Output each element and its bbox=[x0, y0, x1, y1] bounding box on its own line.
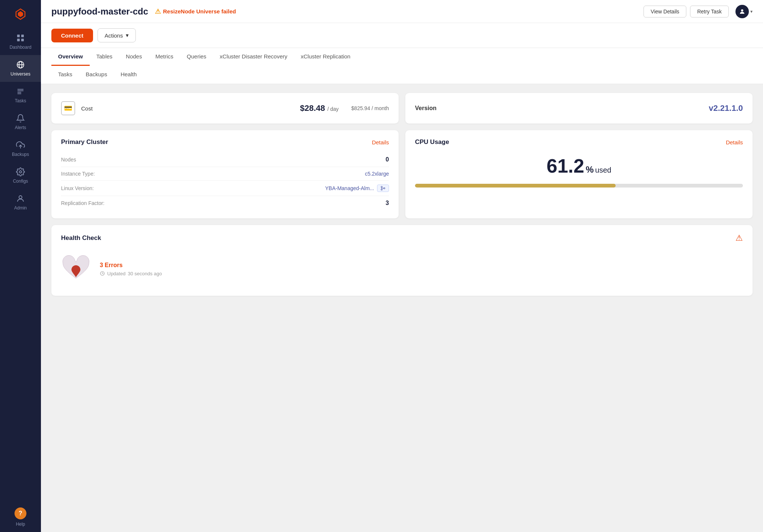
tasks-icon bbox=[16, 87, 25, 96]
yugabyte-logo-icon bbox=[12, 6, 29, 22]
help-circle-icon: ? bbox=[15, 507, 26, 519]
tab-tasks[interactable]: Tasks bbox=[51, 66, 79, 84]
retry-task-button[interactable]: Retry Task bbox=[690, 6, 729, 17]
cpu-used-label: used bbox=[595, 166, 611, 174]
header-alert-text: ResizeNode Universe failed bbox=[163, 8, 236, 15]
heart-svg bbox=[61, 254, 91, 284]
health-title: Health Check bbox=[61, 234, 101, 242]
content-area: 💳 Cost $28.48 / day $825.94 / month Vers… bbox=[41, 84, 763, 532]
cards-row-2: Primary Cluster Details Nodes 0 Instance… bbox=[51, 130, 753, 218]
cost-card: 💳 Cost $28.48 / day $825.94 / month bbox=[51, 93, 399, 124]
version-card: Version v2.21.1.0 bbox=[405, 93, 753, 124]
tab-metrics[interactable]: Metrics bbox=[149, 48, 180, 66]
page-header: puppyfood-master-cdc ⚠ ResizeNode Univer… bbox=[41, 0, 763, 23]
health-body: 3 Errors Updated 30 seconds ago bbox=[61, 250, 743, 288]
sidebar-item-admin[interactable]: Admin bbox=[0, 189, 41, 216]
health-info: 3 Errors Updated 30 seconds ago bbox=[100, 262, 162, 276]
cpu-value-row: 61.2 % used bbox=[415, 155, 743, 177]
connect-button[interactable]: Connect bbox=[51, 29, 93, 42]
svg-rect-3 bbox=[17, 39, 20, 41]
sidebar-item-alerts[interactable]: Alerts bbox=[0, 109, 41, 135]
tab-health[interactable]: Health bbox=[114, 66, 143, 84]
sidebar-item-tasks-label: Tasks bbox=[15, 98, 26, 103]
sidebar-item-admin-label: Admin bbox=[14, 205, 27, 211]
header-alert-banner: ⚠ ResizeNode Universe failed bbox=[155, 7, 236, 16]
health-errors: 3 Errors bbox=[100, 262, 162, 269]
user-icon bbox=[739, 8, 746, 15]
replication-key: Replication Factor: bbox=[61, 200, 105, 206]
dashboard-icon bbox=[16, 33, 25, 42]
cost-monthly: $825.94 / month bbox=[351, 105, 389, 111]
tab-overview[interactable]: Overview bbox=[51, 48, 90, 66]
tab-xcluster-dr[interactable]: xCluster Disaster Recovery bbox=[213, 48, 294, 66]
linux-tag-icon bbox=[377, 185, 389, 192]
sidebar-item-universes-label: Universes bbox=[10, 71, 30, 77]
svg-rect-1 bbox=[17, 35, 20, 37]
tab-queries[interactable]: Queries bbox=[180, 48, 213, 66]
cpu-percent-label: % bbox=[586, 164, 594, 175]
linux-value: YBA-Managed-Alm... bbox=[325, 185, 374, 191]
cluster-row-linux: Linux Version: YBA-Managed-Alm... bbox=[61, 181, 389, 196]
health-heart-icon bbox=[61, 254, 91, 284]
warning-triangle-icon: ⚠ bbox=[155, 7, 161, 16]
actions-label: Actions bbox=[105, 32, 123, 39]
user-menu[interactable]: ▾ bbox=[732, 5, 753, 18]
tab-nodes[interactable]: Nodes bbox=[119, 48, 149, 66]
version-label: Version bbox=[415, 105, 437, 112]
sidebar: Dashboard Universes Tasks Alerts bbox=[0, 0, 41, 532]
sidebar-item-configs-label: Configs bbox=[13, 179, 28, 184]
svg-point-13 bbox=[19, 171, 22, 173]
main-content: puppyfood-master-cdc ⚠ ResizeNode Univer… bbox=[41, 0, 763, 532]
tab-backups[interactable]: Backups bbox=[79, 66, 114, 84]
sidebar-item-alerts-label: Alerts bbox=[15, 125, 26, 130]
tab-tables[interactable]: Tables bbox=[90, 48, 119, 66]
health-updated-time: 30 seconds ago bbox=[128, 271, 162, 276]
sidebar-item-configs[interactable]: Configs bbox=[0, 162, 41, 189]
sidebar-item-dashboard[interactable]: Dashboard bbox=[0, 28, 41, 55]
cluster-header: Primary Cluster Details bbox=[61, 138, 389, 146]
globe-icon bbox=[16, 60, 25, 69]
linux-key: Linux Version: bbox=[61, 185, 94, 191]
health-updated: Updated 30 seconds ago bbox=[100, 271, 162, 276]
avatar bbox=[735, 5, 749, 18]
svg-point-17 bbox=[381, 189, 383, 190]
sidebar-item-dashboard-label: Dashboard bbox=[10, 45, 32, 50]
toolbar: Connect Actions ▾ bbox=[41, 23, 763, 48]
tabs-container: Overview Tables Nodes Metrics Queries xC… bbox=[41, 48, 763, 84]
svg-rect-4 bbox=[21, 39, 24, 41]
sidebar-item-help[interactable]: ? Help bbox=[0, 502, 41, 532]
svg-point-15 bbox=[741, 9, 743, 12]
cpu-title: CPU Usage bbox=[415, 138, 449, 146]
actions-dropdown-button[interactable]: Actions ▾ bbox=[98, 28, 136, 42]
configs-icon bbox=[16, 167, 25, 176]
sidebar-item-tasks[interactable]: Tasks bbox=[0, 82, 41, 109]
sidebar-item-universes[interactable]: Universes bbox=[0, 55, 41, 82]
nodes-key: Nodes bbox=[61, 157, 76, 163]
health-check-card: Health Check ⚠ 3 Errors bbox=[51, 225, 753, 296]
clock-icon bbox=[100, 271, 105, 276]
header-actions: View Details Retry Task ▾ bbox=[644, 5, 753, 18]
cost-icon: 💳 bbox=[61, 101, 75, 115]
tab-xcluster-rep[interactable]: xCluster Replication bbox=[294, 48, 357, 66]
sidebar-item-backups-label: Backups bbox=[12, 152, 29, 157]
cards-row-1: 💳 Cost $28.48 / day $825.94 / month Vers… bbox=[51, 93, 753, 124]
backups-icon bbox=[16, 141, 25, 150]
cpu-details-link[interactable]: Details bbox=[726, 139, 743, 145]
health-updated-label: Updated bbox=[107, 271, 125, 276]
tabs-row-2: Tasks Backups Health bbox=[51, 66, 753, 84]
cpu-bar-fill bbox=[415, 184, 616, 188]
branch-icon bbox=[380, 186, 386, 191]
cluster-details-link[interactable]: Details bbox=[372, 139, 389, 145]
health-alert-icon: ⚠ bbox=[735, 233, 743, 243]
svg-point-14 bbox=[19, 196, 22, 199]
view-details-button[interactable]: View Details bbox=[644, 6, 686, 17]
svg-point-18 bbox=[384, 188, 385, 189]
page-title: puppyfood-master-cdc bbox=[51, 6, 148, 17]
cost-amount: $28.48 / day bbox=[300, 103, 339, 113]
cluster-row-replication: Replication Factor: 3 bbox=[61, 196, 389, 210]
replication-value: 3 bbox=[386, 200, 389, 206]
cpu-number: 61.2 bbox=[547, 155, 584, 177]
actions-chevron-icon: ▾ bbox=[126, 32, 129, 39]
sidebar-item-backups[interactable]: Backups bbox=[0, 135, 41, 162]
primary-cluster-card: Primary Cluster Details Nodes 0 Instance… bbox=[51, 130, 399, 218]
